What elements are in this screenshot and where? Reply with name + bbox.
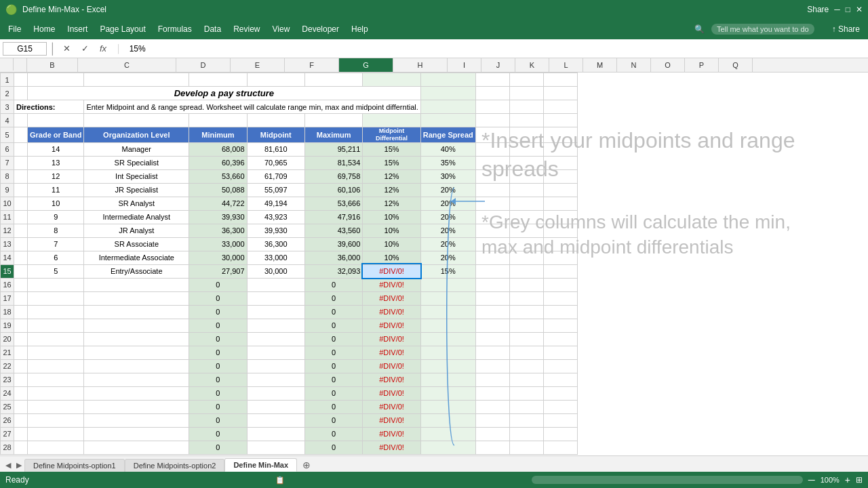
cell-d9[interactable]: 50,088 [189, 183, 247, 197]
col-header-i[interactable]: I [448, 58, 481, 72]
cell-c8[interactable]: Int Specialist [84, 169, 189, 183]
cell-d1[interactable] [189, 73, 247, 87]
cell-b10[interactable]: 10 [28, 197, 84, 210]
cell-k5[interactable] [543, 127, 577, 143]
cell-e10[interactable]: 49,194 [247, 197, 304, 210]
cell-e9[interactable]: 55,097 [247, 183, 304, 197]
cell-i13[interactable] [475, 237, 509, 251]
row-num-11[interactable]: 11 [1, 210, 14, 224]
cell-h14[interactable]: 20% [420, 251, 475, 264]
cell-g5[interactable]: MidpointDifferential [363, 127, 420, 143]
cell-d4[interactable] [189, 114, 247, 127]
cell-a15[interactable] [14, 264, 28, 278]
share-btn[interactable]: ↑ Share [827, 22, 865, 37]
cell-h12[interactable]: 20% [420, 224, 475, 237]
cell-k2[interactable] [543, 87, 577, 100]
cell-k9[interactable] [543, 183, 577, 197]
cell-k6[interactable] [543, 142, 577, 156]
zoom-out-btn[interactable]: ─ [808, 474, 815, 485]
col-header-c[interactable]: C [78, 58, 176, 72]
cell-f13[interactable]: 39,600 [304, 237, 362, 251]
horizontal-scrollbar[interactable] [532, 476, 803, 484]
cell-h8[interactable]: 30% [420, 169, 475, 183]
cell-a10[interactable] [14, 197, 28, 210]
cell-f15[interactable]: 32,093 [304, 264, 362, 278]
cell-h15[interactable]: 15% [420, 264, 475, 278]
menu-developer[interactable]: Developer [296, 22, 344, 37]
cell-k11[interactable] [543, 210, 577, 224]
cell-b9[interactable]: 11 [28, 183, 84, 197]
cell-k10[interactable] [543, 197, 577, 210]
sheet-tab-1[interactable]: Define Midpoints-option1 [24, 459, 125, 472]
add-sheet-button[interactable]: ⊕ [297, 458, 316, 472]
cell-g7[interactable]: 15% [363, 156, 420, 169]
cell-c6[interactable]: Manager [84, 142, 189, 156]
row-num-9[interactable]: 9 [1, 183, 14, 197]
cell-j15[interactable] [509, 264, 543, 278]
menu-review[interactable]: Review [228, 22, 265, 37]
row-num-14[interactable]: 14 [1, 251, 14, 264]
col-header-g[interactable]: G [339, 58, 393, 72]
cell-d8[interactable]: 53,660 [189, 169, 247, 183]
row-num-6[interactable]: 6 [1, 142, 14, 156]
col-header-b[interactable]: B [27, 58, 78, 72]
cell-g4[interactable] [363, 114, 420, 127]
cell-k8[interactable] [543, 169, 577, 183]
cell-g15[interactable]: #DIV/0! [363, 264, 420, 278]
col-header-h[interactable]: H [393, 58, 448, 72]
col-header-n[interactable]: N [617, 58, 651, 72]
cell-h6[interactable]: 40% [420, 142, 475, 156]
cell-j12[interactable] [509, 224, 543, 237]
cell-j4[interactable] [509, 114, 543, 127]
cell-a11[interactable] [14, 210, 28, 224]
cell-b7[interactable]: 13 [28, 156, 84, 169]
cell-b14[interactable]: 6 [28, 251, 84, 264]
cell-g14[interactable]: 10% [363, 251, 420, 264]
share-button[interactable]: Share [807, 5, 829, 14]
cell-e13[interactable]: 36,300 [247, 237, 304, 251]
cell-b13[interactable]: 7 [28, 237, 84, 251]
col-header-q[interactable]: Q [719, 58, 753, 72]
col-header-o[interactable]: O [651, 58, 685, 72]
cell-e6[interactable]: 81,610 [247, 142, 304, 156]
cell-b4[interactable] [28, 114, 84, 127]
row-num-2[interactable]: 2 [1, 87, 14, 100]
cell-e5[interactable]: Midpoint [247, 127, 304, 143]
cell-h3[interactable] [420, 100, 475, 114]
cell-j11[interactable] [509, 210, 543, 224]
row-num-12[interactable]: 12 [1, 224, 14, 237]
cell-f14[interactable]: 36,000 [304, 251, 362, 264]
cell-i9[interactable] [475, 183, 509, 197]
cell-a1[interactable] [14, 73, 28, 87]
cell-c10[interactable]: SR Analyst [84, 197, 189, 210]
cell-f1[interactable] [304, 73, 362, 87]
cell-b1[interactable] [28, 73, 84, 87]
cell-f6[interactable]: 95,211 [304, 142, 362, 156]
cell-e7[interactable]: 70,965 [247, 156, 304, 169]
cell-c15[interactable]: Entry/Associate [84, 264, 189, 278]
menu-insert[interactable]: Insert [62, 22, 93, 37]
menu-help[interactable]: Help [346, 22, 374, 37]
cell-a8[interactable] [14, 169, 28, 183]
cell-d11[interactable]: 39,930 [189, 210, 247, 224]
cell-k3[interactable] [543, 100, 577, 114]
cell-c4[interactable] [84, 114, 189, 127]
cell-g6[interactable]: 15% [363, 142, 420, 156]
cell-i12[interactable] [475, 224, 509, 237]
col-header-d[interactable]: D [176, 58, 231, 72]
cell-b2-title[interactable]: Develop a pay structure [28, 87, 421, 100]
cell-a12[interactable] [14, 224, 28, 237]
row-num-8[interactable]: 8 [1, 169, 14, 183]
cell-i4[interactable] [475, 114, 509, 127]
scroll-tabs-right[interactable]: ▶ [14, 460, 24, 471]
cell-d13[interactable]: 33,000 [189, 237, 247, 251]
cell-f4[interactable] [304, 114, 362, 127]
cell-a7[interactable] [14, 156, 28, 169]
cell-b6[interactable]: 14 [28, 142, 84, 156]
cell-b5[interactable]: Grade or Band [28, 127, 84, 143]
maximize-button[interactable]: □ [846, 5, 850, 14]
cell-i3[interactable] [475, 100, 509, 114]
cell-i15[interactable] [475, 264, 509, 278]
col-header-l[interactable]: L [549, 58, 583, 72]
col-header-k[interactable]: K [515, 58, 549, 72]
